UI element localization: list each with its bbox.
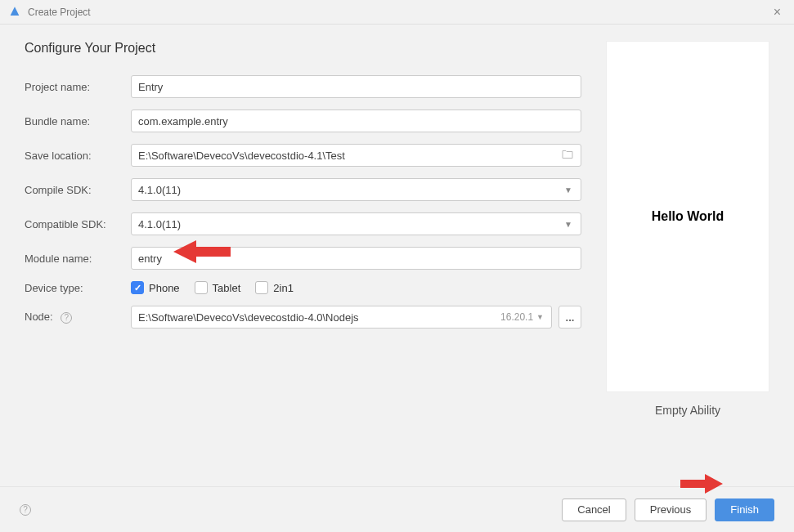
help-icon[interactable]: ? <box>20 504 31 516</box>
bundle-name-label: Bundle name: <box>25 115 131 127</box>
compatible-sdk-label: Compatible SDK: <box>25 218 131 230</box>
compile-sdk-label: Compile SDK: <box>25 184 131 196</box>
template-name: Empty Ability <box>655 404 720 417</box>
template-preview: Hello World <box>606 41 769 392</box>
project-name-input[interactable] <box>131 75 581 98</box>
chevron-down-icon: ▼ <box>564 220 572 229</box>
save-location-label: Save location: <box>25 150 131 162</box>
project-name-label: Project name: <box>25 81 131 93</box>
checkbox-icon <box>195 281 208 294</box>
checkbox-icon <box>131 281 144 294</box>
device-phone-label: Phone <box>149 282 180 294</box>
device-2in1-checkbox[interactable]: 2in1 <box>255 281 294 294</box>
node-path-input[interactable] <box>131 306 552 329</box>
app-logo-icon <box>8 6 21 19</box>
node-label: Node: ? <box>25 311 131 324</box>
help-icon[interactable]: ? <box>61 312 72 324</box>
folder-icon[interactable] <box>562 150 573 162</box>
footer: ? Cancel Previous Finish <box>0 486 794 532</box>
module-name-input[interactable] <box>131 247 581 270</box>
device-2in1-label: 2in1 <box>273 282 294 294</box>
chevron-down-icon: ▼ <box>536 313 544 321</box>
previous-button[interactable]: Previous <box>635 498 707 521</box>
device-tablet-label: Tablet <box>213 282 241 294</box>
compatible-sdk-value: 4.1.0(11) <box>138 218 181 230</box>
close-icon[interactable]: × <box>769 5 786 20</box>
save-location-input[interactable] <box>131 144 581 167</box>
page-heading: Configure Your Project <box>25 41 581 56</box>
compatible-sdk-select[interactable]: 4.1.0(11) ▼ <box>131 212 581 235</box>
module-name-label: Module name: <box>25 253 131 265</box>
device-tablet-checkbox[interactable]: Tablet <box>195 281 241 294</box>
chevron-down-icon: ▼ <box>564 186 572 194</box>
compile-sdk-select[interactable]: 4.1.0(11) ▼ <box>131 178 581 201</box>
compile-sdk-value: 4.1.0(11) <box>138 184 181 196</box>
device-type-label: Device type: <box>25 282 131 294</box>
bundle-name-input[interactable] <box>131 110 581 132</box>
title-bar: Create Project × <box>0 0 794 25</box>
node-version-dropdown[interactable]: 16.20.1 ▼ <box>500 311 544 323</box>
window-title: Create Project <box>28 7 91 18</box>
device-phone-checkbox[interactable]: Phone <box>131 281 180 294</box>
cancel-button[interactable]: Cancel <box>562 498 626 521</box>
checkbox-icon <box>255 281 268 294</box>
node-browse-button[interactable]: ... <box>558 306 581 329</box>
finish-button[interactable]: Finish <box>715 498 774 521</box>
preview-text: Hello World <box>652 209 724 224</box>
